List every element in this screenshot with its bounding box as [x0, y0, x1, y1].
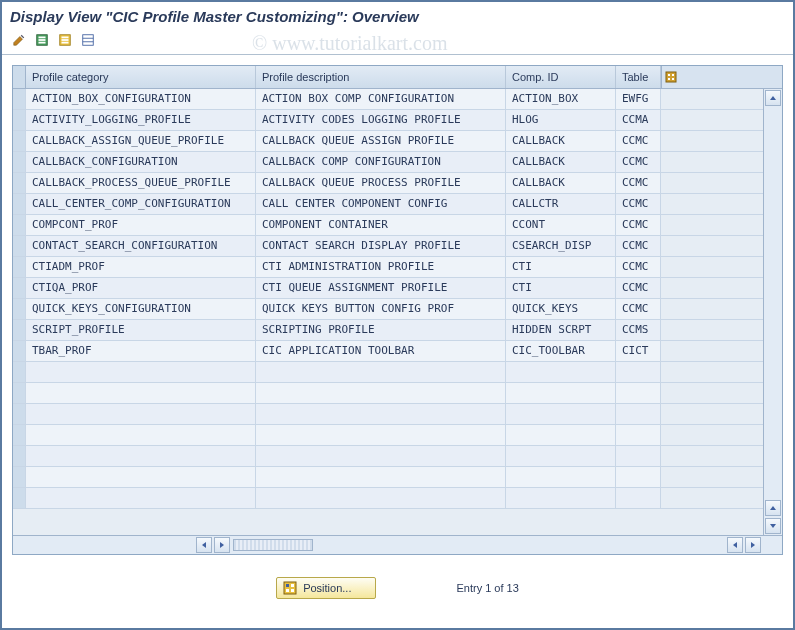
table-row[interactable]: [13, 425, 763, 446]
cell-table[interactable]: [616, 404, 661, 424]
table-row[interactable]: [13, 488, 763, 509]
cell-table[interactable]: [616, 446, 661, 466]
cell-table[interactable]: CCMS: [616, 320, 661, 340]
table-row[interactable]: [13, 446, 763, 467]
cell-compid[interactable]: CSEARCH_DISP: [506, 236, 616, 256]
cell-table[interactable]: [616, 362, 661, 382]
table-row[interactable]: CALL_CENTER_COMP_CONFIGURATIONCALL CENTE…: [13, 194, 763, 215]
cell-description[interactable]: [256, 404, 506, 424]
cell-table[interactable]: [616, 425, 661, 445]
row-selector[interactable]: [13, 299, 26, 319]
deselect-all-button[interactable]: [56, 31, 74, 49]
row-selector[interactable]: [13, 404, 26, 424]
cell-table[interactable]: CCMC: [616, 236, 661, 256]
cell-compid[interactable]: [506, 446, 616, 466]
position-button[interactable]: Position...: [276, 577, 376, 599]
cell-description[interactable]: CALLBACK QUEUE PROCESS PROFILE: [256, 173, 506, 193]
cell-compid[interactable]: CIC_TOOLBAR: [506, 341, 616, 361]
table-row[interactable]: QUICK_KEYS_CONFIGURATIONQUICK KEYS BUTTO…: [13, 299, 763, 320]
cell-table[interactable]: [616, 383, 661, 403]
row-selector[interactable]: [13, 215, 26, 235]
scroll-up-step-button[interactable]: [765, 500, 781, 516]
cell-compid[interactable]: HIDDEN SCRPT: [506, 320, 616, 340]
row-selector[interactable]: [13, 467, 26, 487]
cell-table[interactable]: EWFG: [616, 89, 661, 109]
cell-category[interactable]: [26, 488, 256, 508]
cell-description[interactable]: CALL CENTER COMPONENT CONFIG: [256, 194, 506, 214]
cell-table[interactable]: CCMC: [616, 152, 661, 172]
cell-category[interactable]: CONTACT_SEARCH_CONFIGURATION: [26, 236, 256, 256]
cell-table[interactable]: CCMA: [616, 110, 661, 130]
cell-category[interactable]: ACTIVITY_LOGGING_PROFILE: [26, 110, 256, 130]
cell-compid[interactable]: [506, 362, 616, 382]
table-row[interactable]: [13, 362, 763, 383]
scroll-left-button-2[interactable]: [727, 537, 743, 553]
cell-compid[interactable]: CALLCTR: [506, 194, 616, 214]
cell-category[interactable]: ACTION_BOX_CONFIGURATION: [26, 89, 256, 109]
table-row[interactable]: [13, 467, 763, 488]
cell-description[interactable]: CIC APPLICATION TOOLBAR: [256, 341, 506, 361]
cell-category[interactable]: SCRIPT_PROFILE: [26, 320, 256, 340]
cell-compid[interactable]: [506, 467, 616, 487]
scroll-right-button-2[interactable]: [745, 537, 761, 553]
row-selector[interactable]: [13, 425, 26, 445]
cell-category[interactable]: CTIADM_PROF: [26, 257, 256, 277]
cell-table[interactable]: CCMC: [616, 257, 661, 277]
cell-table[interactable]: CCMC: [616, 131, 661, 151]
cell-table[interactable]: CCMC: [616, 278, 661, 298]
row-selector[interactable]: [13, 362, 26, 382]
cell-category[interactable]: CALL_CENTER_COMP_CONFIGURATION: [26, 194, 256, 214]
cell-compid[interactable]: QUICK_KEYS: [506, 299, 616, 319]
row-selector[interactable]: [13, 131, 26, 151]
table-row[interactable]: CALLBACK_CONFIGURATIONCALLBACK COMP CONF…: [13, 152, 763, 173]
cell-description[interactable]: [256, 383, 506, 403]
scroll-up-button[interactable]: [765, 90, 781, 106]
cell-description[interactable]: CALLBACK COMP CONFIGURATION: [256, 152, 506, 172]
cell-table[interactable]: CCMC: [616, 215, 661, 235]
cell-compid[interactable]: HLOG: [506, 110, 616, 130]
column-header-compid[interactable]: Comp. ID: [506, 66, 616, 88]
cell-category[interactable]: CALLBACK_ASSIGN_QUEUE_PROFILE: [26, 131, 256, 151]
cell-description[interactable]: ACTIVITY CODES LOGGING PROFILE: [256, 110, 506, 130]
cell-description[interactable]: QUICK KEYS BUTTON CONFIG PROF: [256, 299, 506, 319]
column-config-button[interactable]: [661, 66, 679, 88]
table-row[interactable]: CTIQA_PROFCTI QUEUE ASSIGNMENT PROFILECT…: [13, 278, 763, 299]
table-row[interactable]: SCRIPT_PROFILESCRIPTING PROFILEHIDDEN SC…: [13, 320, 763, 341]
column-header-description[interactable]: Profile description: [256, 66, 506, 88]
horizontal-scrollbar[interactable]: [13, 535, 782, 554]
cell-table[interactable]: CCMC: [616, 299, 661, 319]
cell-compid[interactable]: CTI: [506, 257, 616, 277]
toggle-edit-button[interactable]: [10, 31, 28, 49]
table-row[interactable]: [13, 404, 763, 425]
cell-table[interactable]: CCMC: [616, 194, 661, 214]
cell-description[interactable]: [256, 467, 506, 487]
cell-table[interactable]: CICT: [616, 341, 661, 361]
table-row[interactable]: CALLBACK_ASSIGN_QUEUE_PROFILECALLBACK QU…: [13, 131, 763, 152]
row-selector[interactable]: [13, 257, 26, 277]
cell-description[interactable]: CALLBACK QUEUE ASSIGN PROFILE: [256, 131, 506, 151]
row-selector[interactable]: [13, 320, 26, 340]
scroll-right-button[interactable]: [214, 537, 230, 553]
row-selector[interactable]: [13, 194, 26, 214]
cell-category[interactable]: CTIQA_PROF: [26, 278, 256, 298]
cell-category[interactable]: [26, 446, 256, 466]
cell-category[interactable]: [26, 467, 256, 487]
cell-category[interactable]: [26, 383, 256, 403]
row-selector[interactable]: [13, 488, 26, 508]
row-selector[interactable]: [13, 236, 26, 256]
cell-category[interactable]: TBAR_PROF: [26, 341, 256, 361]
cell-compid[interactable]: [506, 488, 616, 508]
cell-description[interactable]: SCRIPTING PROFILE: [256, 320, 506, 340]
column-header-category[interactable]: Profile category: [26, 66, 256, 88]
cell-description[interactable]: [256, 425, 506, 445]
cell-description[interactable]: [256, 362, 506, 382]
scroll-left-button[interactable]: [196, 537, 212, 553]
row-selector[interactable]: [13, 152, 26, 172]
table-row[interactable]: [13, 383, 763, 404]
cell-description[interactable]: [256, 446, 506, 466]
cell-compid[interactable]: [506, 383, 616, 403]
row-selector[interactable]: [13, 383, 26, 403]
table-row[interactable]: ACTIVITY_LOGGING_PROFILEACTIVITY CODES L…: [13, 110, 763, 131]
table-settings-button[interactable]: [79, 31, 97, 49]
cell-table[interactable]: CCMC: [616, 173, 661, 193]
